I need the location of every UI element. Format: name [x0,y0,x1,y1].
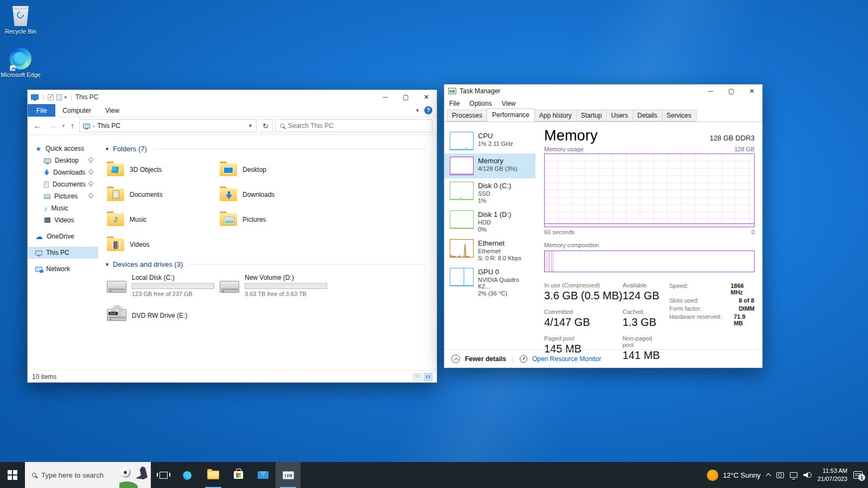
recent-locations-chevron-icon[interactable]: ▼ [61,124,66,129]
collapse-chevron-icon[interactable]: ▼ [105,262,110,267]
volume-button[interactable] [803,472,812,478]
taskbar-mail-button[interactable] [251,462,276,488]
weather-widget[interactable]: 12°C Sunny [707,470,761,481]
taskbar-search-box[interactable] [25,462,151,488]
in-use-segment [545,251,550,272]
task-view-button[interactable] [151,462,176,488]
perf-item-cpu[interactable]: CPU 1% 2.11 GHz [444,129,535,153]
explorer-search-input[interactable] [288,122,427,130]
sidebar-item-quick-access[interactable]: ★ Quick access [28,143,98,155]
perf-item-disk1[interactable]: Disk 1 (D:) HDD 0% [444,207,535,236]
drive-item-local-disk-c[interactable]: Local Disk (C:) 123 GB free of 237 GB [105,273,218,301]
folder-item-3d-objects[interactable]: 3D Objects [105,157,218,182]
sidebar-item-videos[interactable]: Videos [28,214,98,226]
perf-item-ethernet[interactable]: Ethernet Ethernet S: 0 R: 8.0 Kbps [444,236,535,265]
sidebar-item-pictures[interactable]: Pictures [28,190,98,202]
tab-performance[interactable]: Performance [487,108,535,121]
sidebar-item-onedrive[interactable]: ☁ OneDrive [28,230,98,242]
tab-users[interactable]: Users [606,110,633,121]
refresh-button[interactable]: ↻ [259,119,273,132]
tab-services[interactable]: Services [662,110,697,121]
taskbar-store-button[interactable] [226,462,251,488]
view-menu[interactable]: View [497,100,521,107]
file-menu[interactable]: File [28,104,55,117]
address-bar[interactable]: › This PC ▼ [79,119,257,132]
task-manager-menubar: File Options View [444,98,762,110]
desktop-icon-recycle-bin[interactable]: Recycle Bin [0,4,41,35]
drives-grid: Local Disk (C:) 123 GB free of 237 GB Ne… [105,273,427,329]
folder-item-documents[interactable]: Documents [105,182,218,207]
file-menu[interactable]: File [444,100,464,107]
sidebar-item-network[interactable]: Network [28,263,98,275]
desktop-icon-microsoft-edge[interactable]: Microsoft Edge [0,48,41,79]
address-dropdown-chevron-icon[interactable]: ▼ [248,123,253,129]
sidebar-item-downloads[interactable]: Downloads [28,166,98,178]
close-button[interactable]: ✕ [416,93,437,101]
perf-item-memory[interactable]: Memory 4/128 GB (3%) [444,153,535,178]
view-menu[interactable]: View [98,104,126,117]
tab-startup[interactable]: Startup [576,110,607,121]
expand-ribbon-chevron-icon[interactable]: ▼ [415,108,420,113]
drive-item-new-volume-d[interactable]: New Volume (D:) 3.63 TB free of 3.63 TB [218,273,330,301]
action-center-button[interactable]: 1 [853,471,863,479]
fewer-details-chevron-icon[interactable] [451,355,460,363]
customize-qat-caret-icon[interactable]: ▾ [65,95,67,100]
usage-max: 128 GB [735,146,755,152]
tab-app-history[interactable]: App history [534,110,577,121]
collapse-chevron-icon[interactable]: ▼ [105,146,110,152]
sidebar-item-this-pc[interactable]: This PC [28,247,98,259]
open-resource-monitor-link[interactable]: Open Resource Monitor [532,355,601,363]
mail-icon [258,471,269,479]
details-view-button[interactable] [413,373,422,381]
tab-processes[interactable]: Processes [447,110,487,121]
meet-now-icon[interactable] [776,472,784,478]
perf-item-gpu0[interactable]: GPU 0 NVIDIA Quadro K2... 2% (36 °C) [444,265,535,300]
perf-item-disk0[interactable]: Disk 0 (C:) SSD 1% [444,178,535,207]
folder-item-pictures[interactable]: Pictures [218,207,330,232]
music-note-icon: ♪ [44,205,48,212]
large-icons-view-button[interactable] [424,373,432,381]
breadcrumb[interactable]: This PC [97,122,120,130]
options-menu[interactable]: Options [464,100,496,107]
computer-menu[interactable]: Computer [55,104,98,117]
network-icon[interactable] [790,472,797,478]
new-folder-icon[interactable] [56,94,62,100]
standby-marker [553,251,553,272]
show-hidden-icons-chevron-icon[interactable] [765,473,771,479]
taskbar-task-manager-button[interactable] [276,462,301,488]
tab-details[interactable]: Details [633,110,662,121]
drives-group-header[interactable]: ▼ Devices and drives (3) [105,260,427,268]
pin-icon [88,182,93,187]
taskbar-edge-button[interactable] [176,462,201,488]
minimize-button[interactable]: ─ [700,87,721,95]
maximize-button[interactable]: ▢ [721,87,742,95]
taskbar-search-input[interactable] [41,471,114,479]
folder-item-videos[interactable]: Videos [105,232,218,257]
sidebar-item-documents[interactable]: Documents [28,178,98,190]
drive-item-dvd-rw-e[interactable]: DVD DVD RW Drive (E:) [105,301,218,329]
folder-item-music[interactable]: ♪ Music [105,207,218,232]
sidebar-item-desktop[interactable]: Desktop [28,155,98,166]
properties-icon[interactable] [48,94,54,100]
fewer-details-button[interactable]: Fewer details [465,355,506,363]
taskbar-file-explorer-button[interactable] [201,462,226,488]
document-icon [44,182,49,188]
close-button[interactable]: ✕ [742,87,762,95]
help-icon[interactable]: ? [424,106,432,114]
maximize-button[interactable]: ▢ [395,93,416,101]
date: 21/07/2023 [818,475,847,483]
sidebar-item-music[interactable]: ♪ Music [28,202,98,214]
folder-item-downloads[interactable]: Downloads [218,182,330,207]
start-button[interactable] [0,462,25,488]
search-icon [32,473,36,477]
back-button[interactable]: ← [31,121,44,130]
up-button[interactable]: ↑ [68,121,77,130]
forward-button[interactable]: → [46,121,59,130]
folder-item-desktop[interactable]: Desktop [218,157,330,182]
taskbar-clock[interactable]: 11:53 AM 21/07/2023 [818,467,847,483]
window-controls: ─ ▢ ✕ [375,93,437,101]
explorer-search-box[interactable] [275,119,432,132]
folders-group-header[interactable]: ▼ Folders (7) [105,145,427,153]
breadcrumb-chevron-icon[interactable]: › [93,123,94,129]
minimize-button[interactable]: ─ [375,93,395,101]
